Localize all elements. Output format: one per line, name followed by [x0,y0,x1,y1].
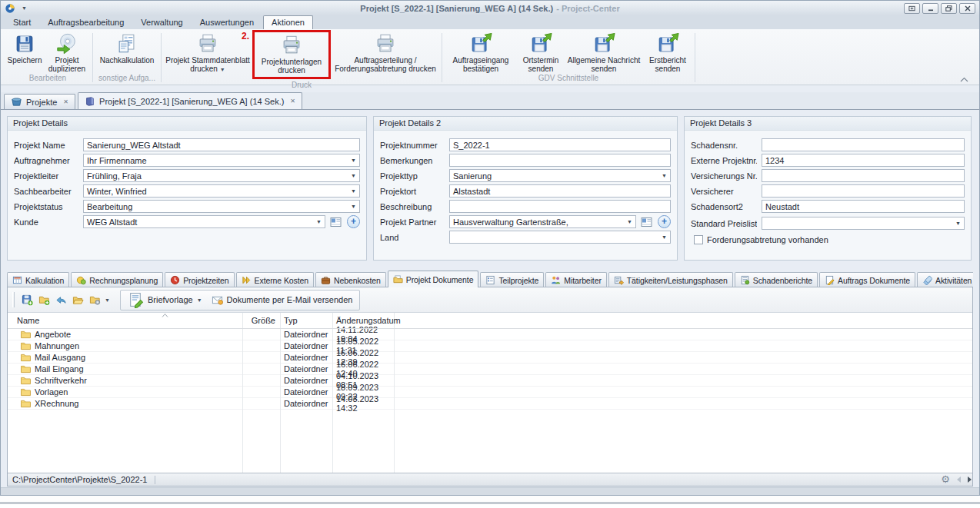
restore-button[interactable] [941,3,957,14]
nachkalkulation-button[interactable]: Nachkalkulation [96,31,158,73]
partner-details-button[interactable] [641,217,653,227]
file-row[interactable]: Mahnungen Dateiordner 15.05.2022 11:31 [8,340,972,352]
column-header-groesse[interactable]: Größe [242,316,280,325]
chevron-down-icon[interactable]: ▼ [624,219,632,224]
add-kunde-button[interactable]: + [347,215,360,228]
projektort-input[interactable]: Alstastadt [449,184,671,198]
auftragseingang-bestaetigen-button[interactable]: Auftragseingang bestätigen [445,31,516,73]
tab-mitarbeiter[interactable]: Mitarbeiter [545,272,607,287]
file-row[interactable]: Mail Eingang Dateiordner 16.06.2022 12:4… [8,364,972,375]
file-row[interactable]: XRechnung Dateiordner 14.03.2023 14:32 [8,398,972,410]
bemerkungen-input[interactable] [449,154,671,167]
briefvorlage-button[interactable]: Briefvorlage ▼ [128,292,202,308]
allgemeine-nachricht-button[interactable]: Allgemeine Nachricht senden [565,31,642,73]
document-tab-bar: Projekte ✕ Projekt [S_2022-1] [Sanierung… [1,92,979,109]
ribbon-tab-aktionen[interactable]: Aktionen [263,15,313,29]
chevron-down-icon[interactable]: ▼ [313,219,322,224]
add-partner-button[interactable]: + [658,215,671,228]
ribbon-tab-start[interactable]: Start [5,16,38,29]
tab-projekt-dokumente[interactable]: Projekt Dokumente [388,271,479,287]
tab-projektzeiten[interactable]: Projektzeiten [165,272,234,287]
project-page: Projekt Details Projekt Name Sanierung_W… [1,109,979,487]
file-row[interactable]: Angebote Dateiordner 14.11.2022 19:04 [8,329,972,340]
undo-arrow-icon[interactable] [55,294,67,306]
scroll-tabs-right-icon[interactable] [968,476,972,483]
chevron-down-icon[interactable]: ▼ [658,173,667,178]
close-button[interactable] [959,3,975,14]
externe-projektnr-input[interactable]: 1234 [762,154,965,167]
quick-access-dropdown-icon[interactable]: ▼ [22,5,27,11]
erstbericht-senden-button[interactable]: Erstbericht senden [644,31,692,73]
scroll-tabs-left-icon[interactable] [957,476,961,483]
kunde-details-button[interactable] [330,217,342,227]
dokumente-toolbar: ▼ Briefvorlage ▼ Dokumente per E-Mail ve… [8,287,972,313]
projekt-duplizieren-button[interactable]: Projekt duplizieren [45,31,89,73]
save-document-icon[interactable] [22,294,33,306]
email-versenden-button[interactable]: Dokumente per E-Mail versenden [212,294,353,306]
column-header-aenderungsdatum[interactable]: Änderungsdatum [332,316,394,325]
close-tab-icon[interactable]: ✕ [290,98,295,105]
tab-externe-kosten[interactable]: Externe Kosten [236,272,314,287]
standard-preisliste-combobox[interactable]: ▼ [762,217,965,230]
annotation-number: 2. [242,31,249,42]
tab-projekt-active[interactable]: Projekt [S_2022-1] [Sanierung_WEG A] (14… [78,92,302,109]
tab-schadenberichte[interactable]: Schadenberichte [735,272,818,287]
collapse-ribbon-icon[interactable] [960,77,968,82]
chevron-down-icon[interactable]: ▼ [348,173,356,178]
open-folder-icon[interactable] [72,294,84,306]
kunde-combobox[interactable]: WEG Altstadt▼ [83,215,325,228]
tab-label: Kalkulation [25,276,64,285]
stammdatenblatt-drucken-button[interactable]: Projekt Stammdatenblatt drucken ▼ [165,31,251,80]
tab-taetigkeiten[interactable]: Tätigkeiten/Leistungsphasen [608,272,733,287]
tab-nebenkosten[interactable]: Nebenkosten [315,272,386,287]
schadensort2-input[interactable]: Neustadt [762,200,965,213]
chevron-down-icon[interactable]: ▼ [952,221,961,226]
column-header-typ[interactable]: Typ [280,316,332,325]
file-name: Angebote [35,330,71,339]
land-combobox[interactable]: ▼ [449,231,671,244]
speichern-button[interactable]: Speichern [6,31,43,73]
ortstermin-senden-button[interactable]: Ortstermin senden [518,31,564,73]
projektnummer-input[interactable]: S_2022-1 [449,138,671,151]
chevron-down-icon[interactable]: ▼ [348,204,356,209]
ribbon-tab-verwaltung[interactable]: Verwaltung [133,16,190,29]
ribbon-tab-auswertungen[interactable]: Auswertungen [192,16,262,29]
tab-teilprojekte[interactable]: Teilprojekte [480,272,544,287]
file-row[interactable]: Mail Ausgang Dateiordner 16.06.2022 12:3… [8,352,972,364]
projektunterlagen-drucken-button[interactable]: Projektunterlagen drucken [255,32,328,75]
tab-kalkulation[interactable]: Kalkulation [7,272,69,287]
projekt-name-input[interactable]: Sanierung_WEG Altstadt [83,138,360,151]
forderungsabtretung-checkbox[interactable] [694,235,703,244]
ribbon-tab-auftragsbearbeitung[interactable]: Auftragsbearbeitung [40,16,132,29]
tab-rechnungsplanung[interactable]: Rechnungsplanung [71,272,163,287]
tab-label: Teilprojekte [498,276,538,285]
fullscreen-button[interactable] [904,3,920,14]
column-header-name[interactable]: Name [8,316,242,325]
folder-options-button[interactable]: ▼ [89,294,110,306]
tab-auftrags-dokumente[interactable]: Auftrags Dokumente [819,272,915,287]
auftragnehmer-combobox[interactable]: Ihr Firmenname▼ [83,154,360,167]
versicherer-input[interactable] [762,184,965,198]
toolbar-grip[interactable] [12,292,15,307]
projekt-partner-combobox[interactable]: Hausverwaltung Gartenstraße,▼ [449,215,636,228]
auftragserteilung-drucken-button[interactable]: Auftragserteilung / Forderungsabtretung … [332,31,438,80]
new-folder-icon[interactable] [38,294,50,306]
gear-icon[interactable]: ⚙ [941,474,950,484]
file-row[interactable]: Schriftverkehr Dateiordner 04.10.2023 08… [8,375,972,387]
file-row[interactable]: Vorlagen Dateiordner 18.09.2023 09:22 [8,387,972,398]
schadensnr-input[interactable] [762,138,965,151]
beschreibung-input[interactable] [449,200,671,213]
minimize-button[interactable] [922,3,938,14]
chevron-down-icon[interactable]: ▼ [348,158,356,163]
tab-aktivitaeten[interactable]: Aktivitäten [917,272,973,287]
projektstatus-combobox[interactable]: Bearbeitung▼ [83,200,360,213]
panel-projekt-details-2: Projekt Details 2 Projektnummer S_2022-1… [373,116,678,261]
close-tab-icon[interactable]: ✕ [63,98,68,105]
chevron-down-icon[interactable]: ▼ [658,234,667,240]
sachbearbeiter-combobox[interactable]: Winter, Winfried▼ [83,184,360,198]
projekttyp-combobox[interactable]: Sanierung▼ [449,169,671,182]
versicherungs-nr-input[interactable] [762,169,965,182]
chevron-down-icon[interactable]: ▼ [348,188,356,194]
projektleiter-combobox[interactable]: Frühling, Fraja▼ [83,169,360,182]
tab-projekte[interactable]: Projekte ✕ [4,94,75,109]
